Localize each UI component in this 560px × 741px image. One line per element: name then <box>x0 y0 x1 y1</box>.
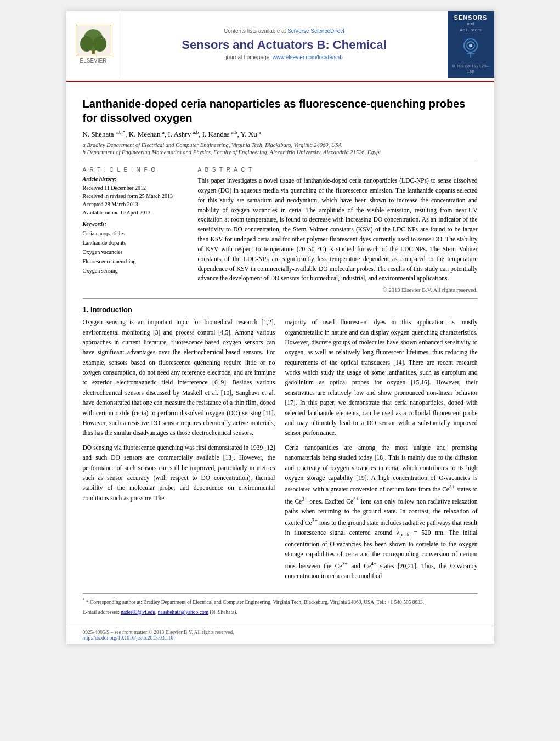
sensors-logo-graphic <box>457 35 484 62</box>
elsevier-tree-icon <box>76 25 111 56</box>
doi-link[interactable]: http://dx.doi.org/10.1016/j.snb.2013.03.… <box>83 635 173 641</box>
affiliation-b: b Department of Engineering Mathematics … <box>83 149 478 155</box>
keyword-3: Oxygen vacancies <box>83 247 187 257</box>
available-date: Available online 10 April 2013 <box>83 208 187 217</box>
elsevier-logo-area: ELSEVIER <box>66 11 121 78</box>
affiliations: a Bradley Department of Electrical and C… <box>83 142 478 155</box>
intro-para-1: Oxygen sensing is an important topic for… <box>83 317 275 438</box>
keyword-4: Fluorescence quenching <box>83 257 187 266</box>
svg-point-3 <box>80 36 93 52</box>
sensors-logo-box: SENSORS and AcTuators B 183 (2013) 179–1… <box>450 14 491 75</box>
article-info-title: A R T I C L E I N F O <box>83 167 187 173</box>
article-info-column: A R T I C L E I N F O Article history: R… <box>83 167 187 293</box>
divider-1 <box>83 162 478 162</box>
abstract-section: A B S T R A C T This paper investigates … <box>198 167 478 293</box>
journal-homepage: journal homepage: www.elsevier.com/locat… <box>225 54 342 60</box>
affiliation-a: a Bradley Department of Electrical and C… <box>83 142 478 148</box>
footnotes: * * Corresponding author at: Bradley Dep… <box>83 593 478 616</box>
sensors-journal-issue: B 183 (2013) 179–186 <box>450 64 491 75</box>
intro-para-2: DO sensing via fluorescence quenching wa… <box>83 443 275 503</box>
intro-title: Introduction <box>90 306 132 314</box>
email-link-1[interactable]: nader83@vt.edu <box>121 609 155 615</box>
intro-number: 1. <box>83 306 89 314</box>
elsevier-brand-text: ELSEVIER <box>80 58 107 64</box>
divider-2 <box>83 298 478 299</box>
journal-page: ELSEVIER Contents lists available at Sci… <box>66 11 494 644</box>
history-label: Article history: <box>83 176 187 182</box>
intro-col-right: majority of used fluorescent dyes in thi… <box>285 317 478 585</box>
keywords-label: Keywords: <box>83 221 187 227</box>
email-link-2[interactable]: naashehatа@yahoo.com <box>158 609 208 615</box>
sensors-logo-area: SENSORS and AcTuators B 183 (2013) 179–1… <box>448 11 494 78</box>
journal-main-title: Sensors and Actuators B: Chemical <box>182 38 386 52</box>
info-abstract-section: A R T I C L E I N F O Article history: R… <box>83 167 478 293</box>
footnote-star: * * Corresponding author at: Bradley Dep… <box>83 597 478 606</box>
intro-two-col: Oxygen sensing is an important topic for… <box>83 317 478 585</box>
accepted-date: Accepted 28 March 2013 <box>83 200 187 208</box>
body-section: 1. Introduction Oxygen sensing is an imp… <box>83 306 478 585</box>
issn-text: 0925-4005/$ – see front matter © 2013 El… <box>83 630 234 635</box>
keyword-1: Ceria nanoparticles <box>83 229 187 238</box>
journal-title-area: Contents lists available at SciVerse Sci… <box>121 11 448 78</box>
authors-line: N. Shehata a,b,*, K. Meehan a, I. Ashry … <box>83 129 478 139</box>
intro-heading: 1. Introduction <box>83 306 478 314</box>
footnote-email: E-mail addresses: nader83@vt.edu, naashe… <box>83 608 478 616</box>
article-history: Article history: Received 11 December 20… <box>83 176 187 217</box>
intro-para-3: majority of used fluorescent dyes in thi… <box>285 317 478 438</box>
revised-date: Received in revised form 25 March 2013 <box>83 192 187 200</box>
keywords-section: Keywords: Ceria nanoparticles Lanthanide… <box>83 221 187 275</box>
article-content: Lanthanide-doped ceria nanoparticles as … <box>66 82 494 626</box>
abstract-title: A B S T R A C T <box>198 167 478 173</box>
keyword-5: Oxygen sensing <box>83 266 187 275</box>
homepage-label: journal homepage: <box>225 54 271 60</box>
bottom-bar: 0925-4005/$ – see front matter © 2013 El… <box>66 626 494 644</box>
intro-col-left: Oxygen sensing is an important topic for… <box>83 317 275 585</box>
svg-point-9 <box>469 44 472 47</box>
keyword-2: Lanthanide dopants <box>83 238 187 247</box>
actuators-text: AcTuators <box>460 27 482 33</box>
homepage-url[interactable]: www.elsevier.com/locate/snb <box>273 54 343 60</box>
article-title: Lanthanide-doped ceria nanoparticles as … <box>83 97 478 125</box>
abstract-text: This paper investigates a novel usage of… <box>198 176 478 284</box>
sciverse-link[interactable]: SciVerse ScienceDirect <box>287 28 344 34</box>
svg-point-4 <box>93 36 106 52</box>
sciverse-line: Contents lists available at SciVerse Sci… <box>224 28 344 34</box>
elsevier-logo: ELSEVIER <box>76 25 111 64</box>
copyright-line: © 2013 Elsevier B.V. All rights reserved… <box>198 287 478 293</box>
contents-list-text: Contents lists available at <box>224 28 286 34</box>
journal-top-bar: ELSEVIER Contents lists available at Sci… <box>66 11 494 78</box>
received-date: Received 11 December 2012 <box>83 184 187 192</box>
sensors-title-text: SENSORS <box>454 14 488 21</box>
journal-header: ELSEVIER Contents lists available at Sci… <box>66 11 494 82</box>
sensors-and-text: and <box>467 21 474 27</box>
intro-para-4: Ceria nanoparticles are among the most u… <box>285 443 478 581</box>
